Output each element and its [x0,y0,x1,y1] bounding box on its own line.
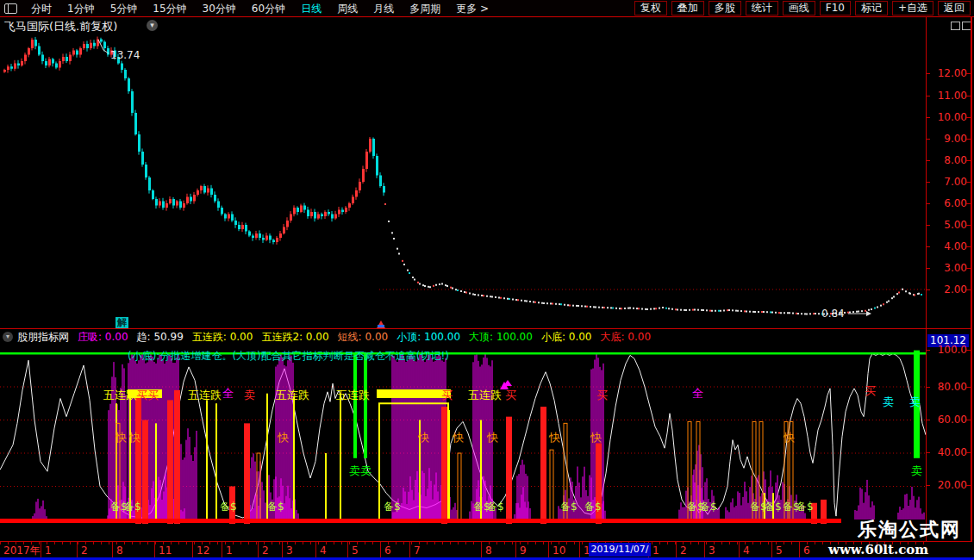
svg-text:备$: 备$ [124,501,141,513]
menu-item-更多 >[interactable]: 更多 > [448,1,496,16]
svg-text:备$: 备$ [796,501,814,513]
toolbar-button-复权[interactable]: 复权 [634,1,667,16]
svg-text:0.84: 0.84 [821,308,845,320]
menu-item-分时[interactable]: 分时 [23,1,59,16]
window-restore-icon[interactable] [951,22,960,30]
trading-app: 分时1分钟5分钟15分钟30分钟60分钟日线周线月线多周期更多 > 复权叠加多股… [0,0,974,560]
indicator-field-趋: 趋: 50.99 [137,331,184,343]
menu-item-1分钟[interactable]: 1分钟 [59,1,103,16]
time-label: 12 [197,544,209,557]
time-label: 6 [803,544,810,557]
svg-text:快: 快 [115,431,127,444]
indicator-name: 股朋指标网 [17,330,69,344]
time-label: 2 [680,544,687,557]
panel-divider-line[interactable] [0,328,971,329]
svg-text:备$: 备$ [765,501,782,513]
menu-item-5分钟[interactable]: 5分钟 [103,1,146,16]
indicator-field-五连跌: 五连跌: 0.00 [192,331,253,343]
svg-text:备$: 备$ [267,501,284,513]
menu-item-30分钟[interactable]: 30分钟 [195,1,244,16]
toolbar-button-+自选[interactable]: +自选 [892,1,933,16]
time-label: 1 [652,544,659,557]
menu-item-15分钟[interactable]: 15分钟 [145,1,194,16]
indicator-header: ▾ 股朋指标网 庄吸: 0.00趋: 50.99五连跌: 0.00五连跌2: 0… [0,330,926,344]
time-label: 5 [776,544,783,557]
svg-text:五连跌: 五连跌 [468,389,502,401]
toolbar-button-F10[interactable]: F10 [820,1,851,16]
time-label: 4 [320,544,327,557]
svg-text:买买: 买买 [136,389,159,401]
price-label-7.00: 7.00 [933,177,967,187]
menu-item-周线[interactable]: 周线 [329,1,365,16]
time-label: 1 [226,544,233,557]
time-ticks [0,542,926,544]
svg-text:备$: 备$ [487,501,504,513]
menu-item-多周期[interactable]: 多周期 [402,1,448,16]
date-box: 2019/11/07/四 [589,543,651,557]
svg-text:卖卖: 卖卖 [349,464,371,477]
price-label-11.00: 11.00 [933,90,967,101]
toolbar-button-标记[interactable]: 标记 [855,1,888,16]
svg-text:备$: 备$ [220,501,237,513]
indicator-field-小底: 小底: 0.00 [541,331,592,343]
toolbar-button-画线[interactable]: 画线 [783,1,815,16]
toolbar-button-叠加[interactable]: 叠加 [671,1,704,16]
time-label: 2 [81,544,88,557]
indicator-field-庄吸: 庄吸: 0.00 [78,331,128,343]
price-axis-line [926,16,927,558]
time-label: 6 [384,544,391,557]
svg-text:卖: 卖 [909,395,921,408]
indicator-values: 庄吸: 0.00趋: 50.99五连跌: 0.00五连跌2: 0.00短线: 0… [78,330,659,344]
svg-text:(小底):分批递增建仓。(大顶)配合其它指标判断是否减仓不追: (小底):分批递增建仓。(大顶)配合其它指标判断是否减仓不追高(切记!) [128,350,449,362]
time-label: 7 [414,544,421,557]
tool-menu: 复权叠加多股统计画线F10标记+自选返回 [630,1,974,16]
jie-badge[interactable]: 解 [116,317,128,328]
time-label: 5 [352,544,359,557]
svg-text:备$: 备$ [750,501,767,513]
time-label: 2017年 [3,544,41,557]
svg-text:快: 快 [128,431,140,444]
toolbar-button-多股[interactable]: 多股 [709,1,741,16]
svg-text:卖: 卖 [883,395,894,408]
toolbar-button-返回[interactable]: 返回 [938,1,971,16]
toolbar-button-统计[interactable]: 统计 [746,1,778,16]
right-border-line [971,16,972,558]
svg-text:卖: 卖 [911,464,922,477]
menu-bar: 分时1分钟5分钟15分钟30分钟60分钟日线周线月线多周期更多 > 复权叠加多股… [0,0,974,17]
indicator-field-小顶: 小顶: 100.00 [396,331,460,343]
svg-text:买: 买 [505,389,516,401]
marker-triangle-icon[interactable] [377,320,385,328]
indicator-label-40.00: 40.00 [933,447,967,457]
menu-item-60分钟[interactable]: 60分钟 [244,1,293,16]
indicator-menu-icon[interactable]: ▾ [3,332,13,342]
svg-text:全: 全 [222,387,234,400]
svg-text:备$: 备$ [584,501,602,513]
price-label-10.00: 10.00 [933,112,967,122]
svg-text:卖: 卖 [244,389,255,401]
time-label: 10 [553,544,565,557]
menu-item-月线[interactable]: 月线 [365,1,402,16]
time-label: 2 [262,544,269,557]
indicator-label-20.00: 20.00 [933,480,967,490]
svg-text:快: 快 [417,431,429,444]
time-label: 3 [709,544,715,557]
chevron-down-icon[interactable]: ▾ [147,20,158,31]
layout-toggle-icon[interactable] [4,3,17,14]
svg-text:全: 全 [692,387,703,400]
svg-text:买: 买 [596,389,608,401]
svg-text:快: 快 [548,431,560,444]
svg-text:备$: 备$ [783,501,800,513]
svg-text:五连跌: 五连跌 [188,389,222,401]
time-label: 4 [743,544,750,557]
chart-canvas[interactable]: 13.740.84(小底):分批递增建仓。(大顶)配合其它指标判断是否减仓不追高… [0,0,974,560]
price-label-8.00: 8.00 [933,155,967,165]
price-label-6.00: 6.00 [933,198,967,208]
indicator-label-80.00: 80.00 [933,382,967,392]
time-label: 1 [45,544,52,557]
svg-text:五连跌: 五连跌 [336,389,370,401]
price-label-9.00: 9.00 [933,134,967,144]
menu-item-日线[interactable]: 日线 [293,1,329,16]
time-label: 3 [286,544,293,557]
svg-text:备$: 备$ [687,501,704,513]
watermark-url: www.60lt.com [828,542,928,557]
